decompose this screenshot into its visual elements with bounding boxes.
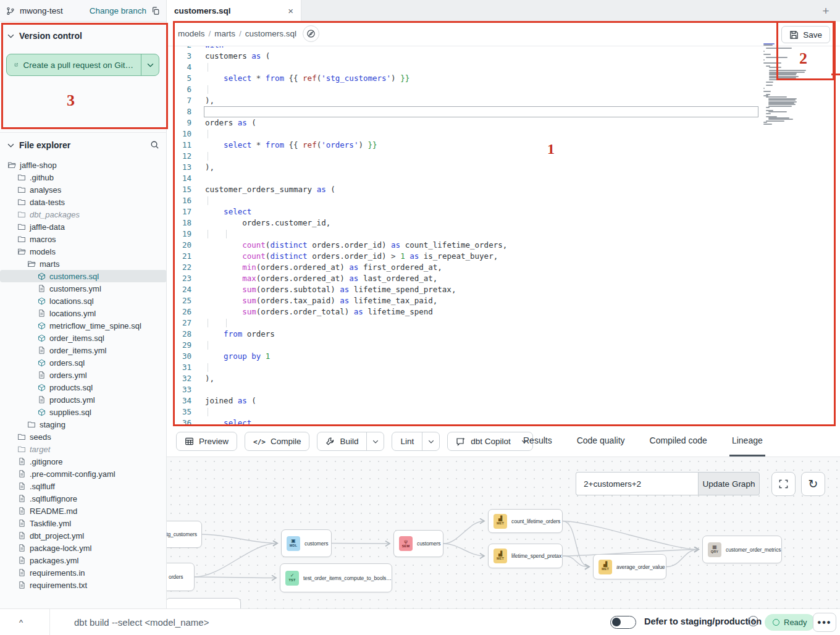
lineage-node-met_lifetime[interactable]: ▟METlifetime_spend_pretax: [488, 544, 563, 568]
search-icon[interactable]: [150, 140, 159, 149]
code-line-26[interactable]: 26 sum(orders.order_total) as lifetime_s…: [167, 306, 840, 318]
file-tree-item-orders-yml[interactable]: orders.yml: [0, 369, 167, 381]
more-options-button[interactable]: •••: [813, 613, 836, 632]
lineage-node-tst_order_items[interactable]: ✓TSTtest_order_items_compute_to_bools…: [280, 563, 392, 592]
file-tree-item--sqlfluff[interactable]: .sqlfluff: [0, 480, 167, 492]
code-line-6[interactable]: 6: [167, 84, 840, 95]
copy-icon[interactable]: [151, 7, 160, 15]
create-pull-request-button[interactable]: Create a pull request on Git…: [6, 54, 159, 76]
code-line-9[interactable]: 9orders as (: [167, 117, 840, 128]
file-tree-item-readme-md[interactable]: README.md: [0, 505, 167, 517]
code-line-14[interactable]: 14: [167, 173, 840, 184]
breadcrumb-marts[interactable]: marts: [214, 29, 235, 38]
file-tree-item-order-items-sql[interactable]: order_items.sql: [0, 332, 167, 344]
file-explorer-header[interactable]: File explorer: [0, 139, 167, 151]
build-dropdown-caret[interactable]: [366, 432, 384, 450]
lineage-node-orders_src[interactable]: orders: [167, 563, 195, 591]
file-tree-item-jaffle-shop[interactable]: jaffle-shop: [0, 159, 167, 171]
lineage-selector-input[interactable]: [576, 472, 698, 495]
file-tree-item-jaffle-data[interactable]: jaffle-data: [0, 221, 167, 233]
code-line-3[interactable]: 3customers as (: [167, 51, 840, 62]
lineage-node-mdl_customers[interactable]: ▣MDLcustomers: [281, 529, 332, 557]
lint-dropdown-caret[interactable]: [422, 432, 439, 450]
fullscreen-button[interactable]: [771, 472, 796, 496]
file-tree-item--github[interactable]: .github: [0, 171, 167, 183]
code-line-20[interactable]: 20 count(distinct orders.order_id) as co…: [167, 240, 840, 251]
file-tree-item-customers-yml[interactable]: customers.yml: [0, 282, 167, 295]
code-line-23[interactable]: 23 max(orders.ordered_at) as last_ordere…: [167, 273, 840, 284]
file-tree-item-customers-sql[interactable]: customers.sql: [0, 270, 167, 282]
close-icon[interactable]: ×: [288, 6, 293, 15]
code-line-21[interactable]: 21 count(distinct orders.order_id) > 1 a…: [167, 251, 840, 262]
collapse-caret-icon[interactable]: ^: [15, 616, 27, 628]
code-line-28[interactable]: 28 from orders: [167, 329, 840, 340]
file-tree-item-seeds[interactable]: seeds: [0, 431, 167, 443]
file-tree-item-packages-yml[interactable]: packages.yml: [0, 554, 167, 566]
build-button[interactable]: Build: [317, 432, 384, 451]
breadcrumb-customers-sql[interactable]: customers.sql: [245, 29, 296, 38]
change-branch-link[interactable]: Change branch: [90, 6, 146, 15]
lineage-node-stg_customers[interactable]: stg_customers: [167, 521, 202, 548]
lineage-node-qry_metrics[interactable]: ▦QRYcustomer_order_metrics: [702, 536, 782, 563]
file-tree-item-staging[interactable]: staging: [0, 418, 167, 431]
minimap[interactable]: [762, 43, 810, 128]
file-tree-item-target[interactable]: target: [0, 443, 167, 455]
file-tree-item-products-yml[interactable]: products.yml: [0, 393, 167, 406]
file-tree-item--sqlfluffignore[interactable]: .sqlfluffignore: [0, 492, 167, 505]
help-icon[interactable]: ?: [748, 616, 758, 626]
code-line-16[interactable]: 16: [167, 195, 840, 206]
file-tree-item-locations-sql[interactable]: locations.sql: [0, 295, 167, 307]
dbt-command-input[interactable]: [74, 614, 445, 630]
file-tree-item-taskfile-yml[interactable]: Taskfile.yml: [0, 517, 167, 529]
code-line-2[interactable]: 2with: [167, 46, 840, 51]
lineage-node-sem_customers[interactable]: ψSEMcustomers: [393, 530, 443, 557]
code-line-30[interactable]: 30 group by 1: [167, 351, 840, 362]
code-line-18[interactable]: 18 orders.customer_id,: [167, 217, 840, 229]
file-tree-item-metricflow-time-spine-sql[interactable]: metricflow_time_spine.sql: [0, 319, 167, 332]
file-tree-item-products-sql[interactable]: products.sql: [0, 381, 167, 393]
file-tree-item-macros[interactable]: macros: [0, 233, 167, 245]
code-line-19[interactable]: 19: [167, 229, 840, 240]
dbt-copilot-button[interactable]: dbt Copilot: [447, 432, 533, 451]
tab-customers-sql[interactable]: customers.sql ×: [167, 0, 301, 22]
tab-results[interactable]: Results: [521, 426, 555, 456]
file-tree-item-locations-yml[interactable]: locations.yml: [0, 307, 167, 319]
file-tree-item-dbt-packages[interactable]: dbt_packages: [0, 208, 167, 221]
code-line-17[interactable]: 17 select: [167, 206, 840, 217]
file-tree-item-order-items-yml[interactable]: order_items.yml: [0, 344, 167, 356]
code-line-25[interactable]: 25 sum(orders.tax_paid) as lifetime_tax_…: [167, 295, 840, 306]
file-tree-item-package-lock-yml[interactable]: package-lock.yml: [0, 542, 167, 554]
code-line-10[interactable]: 10: [167, 128, 840, 140]
lineage-node-met_count[interactable]: ▟METcount_lifetime_orders: [488, 509, 563, 533]
file-tree-item-data-tests[interactable]: data-tests: [0, 196, 167, 208]
version-control-header[interactable]: Version control: [0, 30, 167, 42]
preview-button[interactable]: Preview: [176, 432, 237, 451]
file-tree-item-supplies-sql[interactable]: supplies.sql: [0, 406, 167, 418]
code-line-34[interactable]: 34joined as (: [167, 395, 840, 406]
code-line-35[interactable]: 35: [167, 406, 840, 418]
file-tree-item-requirements-in[interactable]: requirements.in: [0, 566, 167, 579]
code-line-33[interactable]: 33: [167, 384, 840, 395]
code-viewport[interactable]: 2with3customers as (45 select * from {{ …: [167, 46, 840, 426]
tab-compiled-code[interactable]: Compiled code: [647, 426, 710, 456]
file-tree-item-models[interactable]: models: [0, 245, 167, 258]
code-line-8[interactable]: 8: [167, 106, 840, 117]
code-line-13[interactable]: 13),: [167, 162, 840, 173]
code-line-24[interactable]: 24 sum(orders.subtotal) as lifetime_spen…: [167, 284, 840, 295]
code-line-29[interactable]: 29: [167, 340, 840, 351]
compass-icon-button[interactable]: [303, 25, 319, 42]
code-line-5[interactable]: 5 select * from {{ ref('stg_customers') …: [167, 73, 840, 84]
code-line-4[interactable]: 4: [167, 62, 840, 73]
code-line-15[interactable]: 15customer_orders_summary as (: [167, 184, 840, 195]
code-line-22[interactable]: 22 min(orders.ordered_at) as first_order…: [167, 262, 840, 273]
lineage-node-partial_bottom[interactable]: [167, 598, 241, 608]
tab-lineage[interactable]: Lineage: [729, 426, 765, 456]
file-tree-item--gitignore[interactable]: .gitignore: [0, 455, 167, 468]
code-line-36[interactable]: 36 select: [167, 418, 840, 426]
lineage-node-met_avg[interactable]: ▟METaverage_order_value: [593, 554, 666, 579]
file-tree-item-requirements-txt[interactable]: requirements.txt: [0, 579, 167, 591]
code-line-12[interactable]: 12: [167, 151, 840, 162]
pr-dropdown-caret[interactable]: [141, 54, 159, 75]
defer-toggle[interactable]: [610, 616, 636, 629]
file-tree-item-orders-sql[interactable]: orders.sql: [0, 356, 167, 369]
